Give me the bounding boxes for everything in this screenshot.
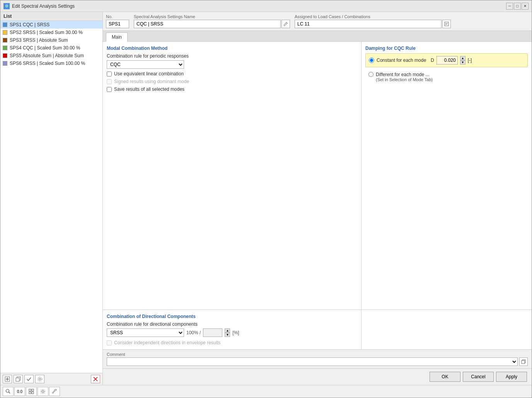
directional-right — [361, 310, 532, 349]
close-button[interactable]: ✕ — [522, 3, 529, 10]
sidebar-copy-button[interactable] — [14, 375, 23, 383]
checkbox-independent[interactable] — [107, 340, 112, 345]
toolbar-gear-button[interactable] — [38, 387, 48, 396]
assigned-edit-button[interactable] — [442, 20, 451, 28]
svg-rect-17 — [29, 389, 31, 391]
radio-different-row: Different for each mode ... (Set in Sele… — [365, 70, 528, 83]
sidebar-list: SPS1 CQC | SRSS SPS2 SRSS | Scaled Sum 3… — [0, 21, 102, 373]
svg-rect-18 — [32, 389, 34, 391]
sidebar-check-button[interactable] — [24, 375, 34, 383]
sidebar-footer — [0, 373, 102, 385]
dir-combo-select-row: SRSS CQC Absolute Sum Scaled Sum 100% / … — [107, 328, 357, 337]
title-bar: ⚙ Edit Spectral Analysis Settings ─ □ ✕ — [0, 0, 532, 12]
directional-title: Combination of Directional Components — [107, 314, 357, 319]
main-window: ⚙ Edit Spectral Analysis Settings ─ □ ✕ … — [0, 0, 532, 398]
no-input[interactable] — [106, 20, 129, 28]
checkbox-signed[interactable] — [107, 79, 112, 84]
radio-different-sublabel: (Set in Selection of Mode Tab) — [376, 77, 433, 82]
sidebar-color-sps2 — [3, 30, 7, 35]
checkbox-save-label: Save results of all selected modes — [114, 87, 184, 92]
sidebar-add-button[interactable] — [3, 375, 12, 383]
d-label: D — [431, 58, 434, 63]
title-bar-left: ⚙ Edit Spectral Analysis Settings — [3, 3, 75, 9]
svg-rect-10 — [445, 22, 448, 26]
sidebar-color-sps5 — [3, 53, 7, 58]
svg-line-16 — [9, 392, 10, 394]
d-value-input[interactable] — [437, 56, 458, 65]
sidebar-label-sps4: SPS4 CQC | Scaled Sum 30.00 % — [10, 45, 80, 51]
sidebar-color-sps6 — [3, 61, 7, 66]
svg-point-21 — [42, 391, 44, 393]
sidebar-label-sps6: SPS6 SRSS | Scaled Sum 100.00 % — [10, 61, 85, 66]
sidebar-item-sps3[interactable]: SPS3 SRSS | Absolute Sum — [0, 36, 102, 44]
name-label: Spectral Analysis Settings Name — [134, 14, 290, 19]
content-area: Modal Combination Method Combination rul… — [103, 42, 532, 349]
checkbox-independent-label: Consider independent directions in envel… — [114, 340, 221, 345]
toolbar-wrench-button[interactable] — [49, 387, 60, 396]
checkbox-linear[interactable] — [107, 71, 112, 77]
comment-input[interactable] — [107, 357, 518, 366]
top-two-col: Modal Combination Method Combination rul… — [103, 42, 532, 310]
sidebar-item-sps6[interactable]: SPS6 SRSS | Scaled Sum 100.00 % — [0, 60, 102, 67]
sidebar-item-sps5[interactable]: SPS5 Absolute Sum | Absolute Sum — [0, 52, 102, 60]
assigned-input[interactable] — [295, 20, 442, 28]
assigned-label: Assigned to Load Cases / Combinations — [295, 14, 451, 19]
comment-label: Comment — [107, 352, 528, 357]
minimize-button[interactable]: ─ — [506, 3, 513, 10]
name-input[interactable] — [134, 20, 281, 28]
svg-point-5 — [39, 378, 41, 380]
sidebar-settings-button[interactable] — [35, 375, 44, 383]
assigned-with-btn — [295, 20, 451, 28]
apply-button[interactable]: Apply — [496, 372, 527, 382]
comment-copy-button[interactable] — [519, 357, 528, 366]
checkbox-save-row: Save results of all selected modes — [107, 87, 357, 92]
damping-section: Damping for CQC Rule Constant for each m… — [365, 46, 528, 83]
percent-input[interactable] — [203, 328, 222, 337]
comment-row — [107, 357, 528, 366]
sidebar-label-sps3: SPS3 SRSS | Absolute Sum — [10, 37, 68, 43]
radio-constant-label: Constant for each mode — [377, 58, 426, 63]
sidebar: List SPS1 CQC | SRSS SPS2 SRSS | Scaled … — [0, 12, 103, 385]
d-spin-down[interactable]: ▼ — [460, 60, 466, 65]
sidebar-label-sps1: SPS1 CQC | SRSS — [10, 22, 49, 27]
ok-button[interactable]: OK — [430, 372, 460, 382]
comment-section: Comment — [103, 349, 532, 368]
sidebar-item-sps4[interactable]: SPS4 CQC | Scaled Sum 30.00 % — [0, 44, 102, 52]
pct-spin-up[interactable]: ▲ — [225, 328, 230, 333]
combo-label: Combination rule for periodic responses — [107, 53, 357, 59]
sidebar-item-sps1[interactable]: SPS1 CQC | SRSS — [0, 21, 102, 29]
tab-main[interactable]: Main — [106, 32, 128, 42]
toolbar-grid-button[interactable] — [26, 387, 37, 396]
d-spin-up[interactable]: ▲ — [460, 56, 466, 60]
sidebar-color-sps3 — [3, 38, 7, 43]
directional-combo-dropdown[interactable]: SRSS CQC Absolute Sum Scaled Sum — [107, 328, 184, 337]
restore-button[interactable]: □ — [514, 3, 521, 10]
toolbar-value-button[interactable]: 0.0 — [14, 387, 25, 396]
checkbox-independent-row: Consider independent directions in envel… — [107, 340, 357, 345]
sidebar-delete-button[interactable] — [91, 375, 100, 383]
main-content: List SPS1 CQC | SRSS SPS2 SRSS | Scaled … — [0, 12, 532, 385]
no-field-group: No. — [106, 14, 129, 28]
pct-spin-down[interactable]: ▼ — [225, 333, 230, 337]
directional-combo-label: Combination rule for directional compone… — [107, 321, 357, 327]
modal-combo-dropdown[interactable]: CQC SRSS Absolute Sum — [107, 60, 184, 69]
directional-left: Combination of Directional Components Co… — [103, 310, 361, 349]
percent-label: 100% / — [186, 330, 201, 335]
right-panel: No. Spectral Analysis Settings Name Assi… — [103, 12, 532, 385]
radio-constant[interactable] — [369, 58, 374, 63]
radio-different[interactable] — [368, 72, 373, 77]
window-title: Edit Spectral Analysis Settings — [12, 3, 75, 9]
sidebar-label-sps5: SPS5 Absolute Sum | Absolute Sum — [10, 53, 84, 58]
sidebar-label-sps2: SPS2 SRSS | Scaled Sum 30.00 % — [10, 30, 83, 35]
name-edit-button[interactable] — [281, 20, 290, 28]
d-spinners: ▲ ▼ — [460, 56, 466, 65]
damping-col: Damping for CQC Rule Constant for each m… — [361, 42, 532, 310]
checkbox-save[interactable] — [107, 87, 112, 92]
modal-combination-title: Modal Combination Method — [107, 46, 357, 51]
title-controls: ─ □ ✕ — [506, 3, 529, 10]
sidebar-item-sps2[interactable]: SPS2 SRSS | Scaled Sum 30.00 % — [0, 29, 102, 36]
cancel-button[interactable]: Cancel — [463, 372, 494, 382]
checkbox-linear-label: Use equivalent linear combination — [114, 71, 184, 77]
toolbar-search-button[interactable] — [3, 387, 14, 396]
no-label: No. — [106, 14, 129, 19]
